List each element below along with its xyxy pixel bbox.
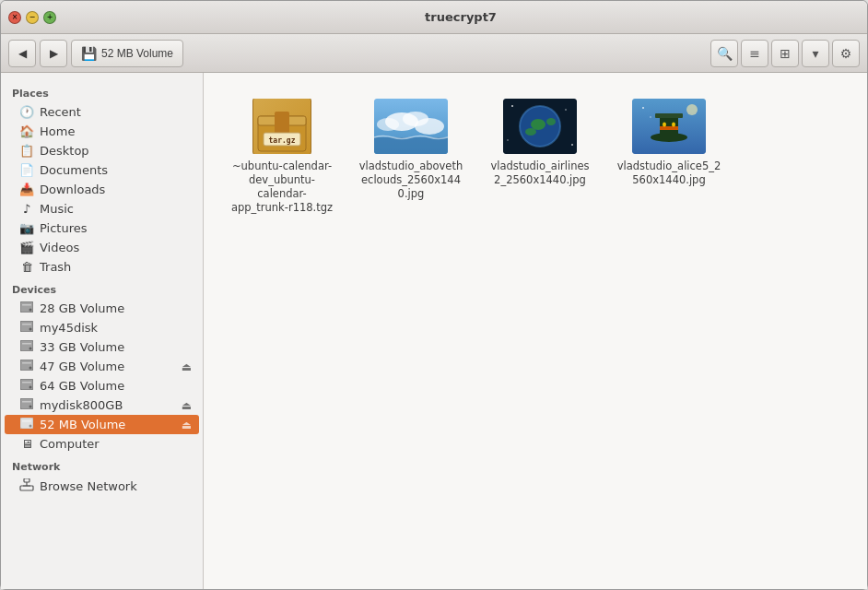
- svg-rect-15: [20, 398, 33, 409]
- sidebar-item-videos[interactable]: 🎬 Videos: [1, 238, 203, 257]
- svg-point-33: [377, 118, 399, 131]
- file-name-alice: vladstudio_alice5_2560x1440.jpg: [616, 159, 721, 187]
- sidebar-item-64gb[interactable]: 64 GB Volume: [1, 376, 203, 395]
- sidebar-item-home[interactable]: 🏠 Home: [1, 122, 203, 141]
- svg-text:tar.gz: tar.gz: [269, 136, 296, 145]
- trash-icon: 🗑: [19, 260, 34, 274]
- main-window: × − + truecrypt7 ◀ ▶ 💾 52 MB Volume 🔍 ≡ …: [0, 0, 868, 590]
- svg-point-8: [29, 348, 32, 350]
- grid-view-button[interactable]: ⊞: [771, 40, 799, 67]
- sidebar-item-47gb[interactable]: 47 GB Volume ⏏: [1, 357, 203, 376]
- svg-point-5: [29, 328, 32, 331]
- sidebar-item-label: my45disk: [40, 321, 98, 335]
- documents-icon: 📄: [19, 163, 34, 177]
- svg-point-38: [531, 119, 545, 130]
- file-item-clouds[interactable]: vladstudio_abovetheclouds_2560x1440.jpg: [351, 91, 471, 222]
- file-name-airlines: vladstudio_airlines2_2560x1440.jpg: [487, 159, 592, 187]
- svg-point-44: [507, 139, 509, 141]
- file-item-alice[interactable]: vladstudio_alice5_2560x1440.jpg: [609, 91, 729, 222]
- svg-rect-9: [20, 360, 33, 371]
- svg-rect-10: [22, 362, 31, 364]
- svg-point-52: [672, 123, 675, 127]
- close-button[interactable]: ×: [8, 11, 21, 24]
- sidebar-item-documents[interactable]: 📄 Documents: [1, 160, 203, 180]
- forward-button[interactable]: ▶: [40, 40, 67, 67]
- sidebar-item-33gb[interactable]: 33 GB Volume: [1, 337, 203, 357]
- sidebar-item-label: Browse Network: [40, 479, 137, 493]
- eject-mydisk800-button[interactable]: ⏏: [182, 399, 192, 412]
- drive-mydisk800-icon: [19, 398, 34, 412]
- pictures-icon: 📷: [19, 221, 34, 235]
- sidebar-item-mydisk800[interactable]: mydisk800GB ⏏: [1, 395, 203, 415]
- sidebar-item-recent[interactable]: 🕐 Recent: [1, 102, 203, 122]
- sidebar-item-computer[interactable]: 🖥 Computer: [1, 434, 203, 454]
- svg-rect-1: [22, 304, 31, 306]
- sidebar-item-desktop[interactable]: 📋 Desktop: [1, 141, 203, 160]
- svg-rect-0: [20, 301, 33, 313]
- sidebar-item-label: Home: [40, 124, 75, 138]
- sidebar-item-label: Downloads: [40, 183, 105, 196]
- titlebar: × − + truecrypt7: [1, 1, 867, 34]
- sidebar-item-trash[interactable]: 🗑 Trash: [1, 257, 203, 277]
- downloads-icon: 📥: [19, 183, 34, 196]
- network-header: Network: [1, 454, 203, 476]
- file-thumb-clouds: [374, 99, 448, 154]
- sidebar-item-my45disk[interactable]: my45disk: [1, 318, 203, 337]
- search-button[interactable]: 🔍: [710, 40, 738, 67]
- drive-my45disk-icon: [19, 321, 34, 335]
- sidebar-item-browse-network[interactable]: Browse Network: [1, 476, 203, 497]
- svg-rect-3: [20, 321, 33, 332]
- sidebar-item-pictures[interactable]: 📷 Pictures: [1, 218, 203, 238]
- dropdown-button[interactable]: ▾: [802, 40, 829, 67]
- svg-point-2: [29, 309, 32, 312]
- sidebar-item-label: 52 MB Volume: [40, 418, 125, 431]
- music-icon: ♪: [19, 202, 34, 216]
- svg-rect-7: [22, 343, 31, 345]
- svg-point-55: [650, 116, 651, 117]
- svg-rect-4: [22, 324, 31, 325]
- eject-47gb-button[interactable]: ⏏: [182, 360, 192, 373]
- svg-rect-22: [24, 478, 29, 482]
- file-area: tar.gz ~ubuntu-calendar-dev_ubuntu-calen…: [204, 73, 867, 589]
- svg-point-53: [686, 104, 698, 115]
- file-name-clouds: vladstudio_abovetheclouds_2560x1440.jpg: [358, 159, 463, 201]
- file-thumb-airlines: [503, 99, 577, 154]
- home-icon: 🏠: [19, 124, 34, 138]
- window-controls: × − +: [8, 11, 56, 24]
- maximize-button[interactable]: +: [43, 11, 56, 24]
- svg-rect-50: [660, 126, 678, 130]
- minimize-button[interactable]: −: [26, 11, 39, 24]
- location-icon: 💾: [81, 46, 97, 61]
- sidebar-item-music[interactable]: ♪ Music: [1, 199, 203, 218]
- file-item-archive[interactable]: tar.gz ~ubuntu-calendar-dev_ubuntu-calen…: [222, 91, 342, 222]
- drive-28gb-icon: [19, 301, 34, 315]
- places-header: Places: [1, 80, 203, 102]
- sidebar-item-label: 33 GB Volume: [40, 340, 124, 354]
- list-view-button[interactable]: ≡: [741, 40, 768, 67]
- toolbar-right: 🔍 ≡ ⊞ ▾ ⚙: [710, 40, 860, 67]
- svg-point-43: [565, 109, 567, 111]
- sidebar-item-label: Documents: [40, 163, 108, 177]
- videos-icon: 🎬: [19, 241, 34, 254]
- svg-point-17: [29, 406, 32, 408]
- sidebar-item-label: 28 GB Volume: [40, 301, 124, 315]
- sidebar-item-52mb[interactable]: 52 MB Volume ⏏: [5, 415, 199, 434]
- sidebar-item-label: Desktop: [40, 144, 89, 158]
- network-icon: [19, 478, 34, 494]
- eject-52mb-button[interactable]: ⏏: [182, 419, 192, 431]
- file-item-airlines[interactable]: vladstudio_airlines2_2560x1440.jpg: [480, 91, 600, 222]
- location-button[interactable]: 💾 52 MB Volume: [71, 40, 183, 67]
- svg-point-39: [546, 118, 556, 125]
- back-button[interactable]: ◀: [8, 40, 36, 67]
- svg-rect-21: [20, 486, 33, 490]
- sidebar-item-28gb[interactable]: 28 GB Volume: [1, 299, 203, 318]
- file-name-archive: ~ubuntu-calendar-dev_ubuntu-calendar-app…: [229, 159, 334, 215]
- sidebar-item-downloads[interactable]: 📥 Downloads: [1, 180, 203, 199]
- sidebar-item-label: 47 GB Volume: [40, 360, 124, 373]
- svg-rect-12: [20, 379, 33, 390]
- toolbar: ◀ ▶ 💾 52 MB Volume 🔍 ≡ ⊞ ▾ ⚙: [1, 34, 867, 73]
- settings-button[interactable]: ⚙: [832, 40, 860, 67]
- sidebar-item-label: Trash: [40, 260, 71, 274]
- sidebar-item-label: Videos: [40, 241, 79, 254]
- file-thumb-alice: [632, 99, 706, 154]
